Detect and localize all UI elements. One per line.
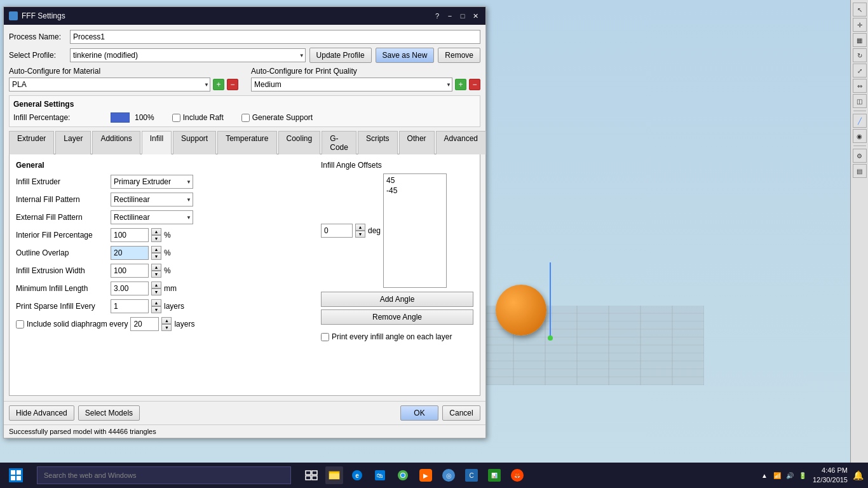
print-sparse-down[interactable]: ▼ bbox=[151, 306, 161, 313]
chrome-taskbar-btn[interactable] bbox=[394, 466, 412, 484]
layers-tool-btn[interactable]: ▦ bbox=[853, 33, 867, 47]
network-icon[interactable]: 📶 bbox=[772, 470, 782, 480]
notification-btn[interactable]: 🔔 bbox=[853, 470, 863, 480]
include-raft-checkbox[interactable] bbox=[172, 114, 180, 122]
tab-scripts[interactable]: Scripts bbox=[358, 131, 398, 154]
chart-taskbar-btn[interactable]: 📊 bbox=[485, 466, 503, 484]
angle-value-down[interactable]: ▼ bbox=[355, 231, 365, 238]
maximize-btn[interactable]: □ bbox=[458, 11, 468, 21]
parts-tool-btn[interactable]: ▤ bbox=[853, 164, 867, 178]
tray-expand-btn[interactable]: ▲ bbox=[759, 470, 770, 480]
print-sparse-input[interactable] bbox=[111, 299, 149, 313]
close-btn[interactable]: ✕ bbox=[470, 11, 480, 21]
angle-item-45[interactable]: 45 bbox=[385, 175, 445, 186]
tab-gcode[interactable]: G-Code bbox=[322, 131, 356, 154]
edge-taskbar-btn[interactable]: e bbox=[348, 466, 366, 484]
rotate-tool-btn[interactable]: ↻ bbox=[853, 48, 867, 62]
save-as-new-btn[interactable]: Save as New bbox=[376, 48, 435, 63]
solid-diaphragm-down[interactable]: ▼ bbox=[161, 324, 172, 331]
minimum-infill-length-down[interactable]: ▼ bbox=[151, 288, 161, 295]
angle-value-input[interactable] bbox=[321, 224, 353, 238]
internal-fill-pattern-select[interactable]: RectilinearGridTriangles bbox=[111, 193, 193, 207]
battery-icon[interactable]: 🔋 bbox=[797, 470, 808, 480]
infill-extrusion-width-input[interactable] bbox=[111, 264, 149, 278]
start-button[interactable] bbox=[0, 463, 32, 488]
add-angle-btn[interactable]: Add Angle bbox=[321, 292, 473, 307]
axis-base bbox=[548, 336, 553, 341]
solid-diaphragm-up[interactable]: ▲ bbox=[161, 317, 172, 324]
taskbar-clock[interactable]: 4:46 PM 12/30/2015 bbox=[813, 466, 848, 485]
mesh-tool-btn[interactable]: ◉ bbox=[853, 129, 867, 143]
ok-btn[interactable]: OK bbox=[400, 405, 438, 421]
minimum-infill-length-spinner: ▲ ▼ bbox=[151, 281, 161, 295]
tab-support[interactable]: Support bbox=[173, 131, 216, 154]
remove-btn[interactable]: Remove bbox=[438, 48, 480, 63]
chart-icon: 📊 bbox=[488, 469, 501, 482]
solid-diaphragm-checkbox[interactable] bbox=[16, 320, 24, 329]
select-models-btn[interactable]: Select Models bbox=[78, 405, 140, 421]
print-every-angle-checkbox[interactable] bbox=[321, 333, 329, 341]
outline-overlap-input[interactable] bbox=[111, 246, 149, 260]
print-sparse-up[interactable]: ▲ bbox=[151, 299, 161, 306]
add-quality-btn[interactable]: + bbox=[455, 79, 466, 90]
hide-advanced-btn[interactable]: Hide Advanced bbox=[9, 405, 74, 421]
update-profile-btn[interactable]: Update Profile bbox=[309, 48, 372, 63]
interior-fill-pct-down[interactable]: ▼ bbox=[151, 235, 161, 242]
infill-extruder-select[interactable]: Primary Extruder bbox=[111, 175, 193, 189]
minimum-infill-length-label: Minimum Infill Length bbox=[16, 284, 108, 293]
browser2-taskbar-btn[interactable]: ◎ bbox=[440, 466, 458, 484]
tab-additions[interactable]: Additions bbox=[92, 131, 140, 154]
angle-value-up[interactable]: ▲ bbox=[355, 224, 365, 231]
material-select[interactable]: PLAABSPETG bbox=[9, 78, 210, 92]
minimize-btn[interactable]: − bbox=[445, 11, 455, 21]
media-taskbar-btn[interactable]: ▶ bbox=[417, 466, 435, 484]
add-material-btn[interactable]: + bbox=[213, 79, 224, 90]
infill-extrusion-width-down[interactable]: ▼ bbox=[151, 271, 161, 278]
volume-icon[interactable]: 🔊 bbox=[785, 470, 795, 480]
cursor-tool-btn[interactable]: ↖ bbox=[853, 3, 867, 17]
quality-select[interactable]: MediumLowHigh bbox=[251, 78, 452, 92]
interior-fill-pct-input[interactable] bbox=[111, 228, 149, 242]
tab-layer[interactable]: Layer bbox=[55, 131, 91, 154]
mirror-tool-btn[interactable]: ⇔ bbox=[853, 79, 867, 93]
tab-extruder[interactable]: Extruder bbox=[9, 131, 54, 154]
store-taskbar-btn[interactable]: 🛍 bbox=[371, 466, 389, 484]
process-name-input[interactable] bbox=[70, 30, 480, 44]
active-tool-btn[interactable]: ╱ bbox=[853, 114, 867, 128]
interior-fill-pct-up[interactable]: ▲ bbox=[151, 228, 161, 235]
app3-taskbar-btn[interactable]: C bbox=[463, 466, 480, 484]
tab-cooling[interactable]: Cooling bbox=[278, 131, 321, 154]
profile-select[interactable]: tinkerine (modified) bbox=[70, 48, 306, 62]
outline-overlap-down[interactable]: ▼ bbox=[151, 253, 161, 260]
auto-config-quality-group: Auto-Configure for Print Quality MediumL… bbox=[251, 67, 480, 92]
explorer-taskbar-btn[interactable] bbox=[325, 466, 343, 484]
scale-tool-btn[interactable]: ⤢ bbox=[853, 64, 867, 78]
tab-advanced[interactable]: Advanced bbox=[436, 131, 486, 154]
tab-infill[interactable]: Infill bbox=[142, 131, 172, 154]
tab-temperature[interactable]: Temperature bbox=[217, 131, 276, 154]
print-sparse-spinner: ▲ ▼ bbox=[151, 299, 161, 313]
move-tool-btn[interactable]: ✛ bbox=[853, 18, 867, 32]
print-sparse-row: Print Sparse Infill Every ▲ ▼ layers bbox=[16, 299, 311, 313]
taskbar-search[interactable]: Search the web and Windows bbox=[37, 466, 291, 484]
external-fill-pattern-select[interactable]: RectilinearConcentric bbox=[111, 210, 193, 224]
settings-tool-btn[interactable]: ⚙ bbox=[853, 149, 867, 163]
generate-support-checkbox[interactable] bbox=[241, 114, 250, 122]
remove-material-btn[interactable]: − bbox=[227, 79, 238, 90]
infill-extrusion-width-up[interactable]: ▲ bbox=[151, 264, 161, 271]
outline-overlap-up[interactable]: ▲ bbox=[151, 246, 161, 253]
fox-taskbar-btn[interactable]: 🦊 bbox=[508, 466, 526, 484]
task-view-btn[interactable] bbox=[302, 466, 320, 484]
tab-other[interactable]: Other bbox=[399, 131, 435, 154]
infill-extruder-wrapper: Primary Extruder ▼ bbox=[111, 175, 193, 189]
cancel-btn[interactable]: Cancel bbox=[442, 405, 480, 421]
remove-quality-btn[interactable]: − bbox=[469, 79, 480, 90]
camera-tool-btn[interactable]: ◫ bbox=[853, 94, 867, 108]
minimum-infill-length-up[interactable]: ▲ bbox=[151, 281, 161, 288]
tabs-container: Extruder Layer Additions Infill Support … bbox=[9, 131, 480, 154]
angle-item-neg45[interactable]: -45 bbox=[385, 186, 445, 196]
help-btn[interactable]: ? bbox=[432, 11, 442, 21]
minimum-infill-length-input[interactable] bbox=[111, 281, 149, 295]
solid-diaphragm-input[interactable] bbox=[130, 317, 159, 331]
remove-angle-btn[interactable]: Remove Angle bbox=[321, 309, 473, 325]
